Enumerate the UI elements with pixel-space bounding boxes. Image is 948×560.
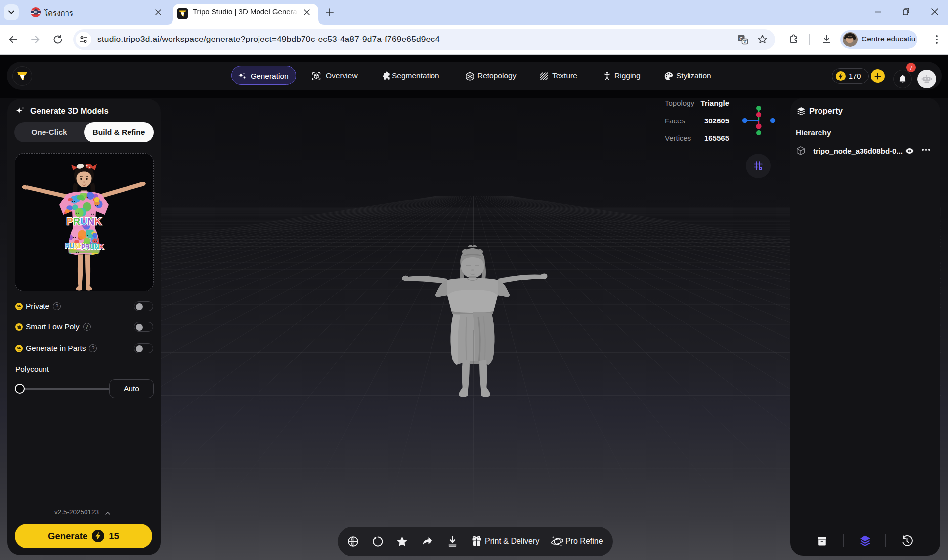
- svg-text:PRUNK: PRUNK: [81, 243, 104, 250]
- svg-text:PRUNK: PRUNK: [66, 215, 101, 227]
- svg-text:文: 文: [743, 39, 747, 44]
